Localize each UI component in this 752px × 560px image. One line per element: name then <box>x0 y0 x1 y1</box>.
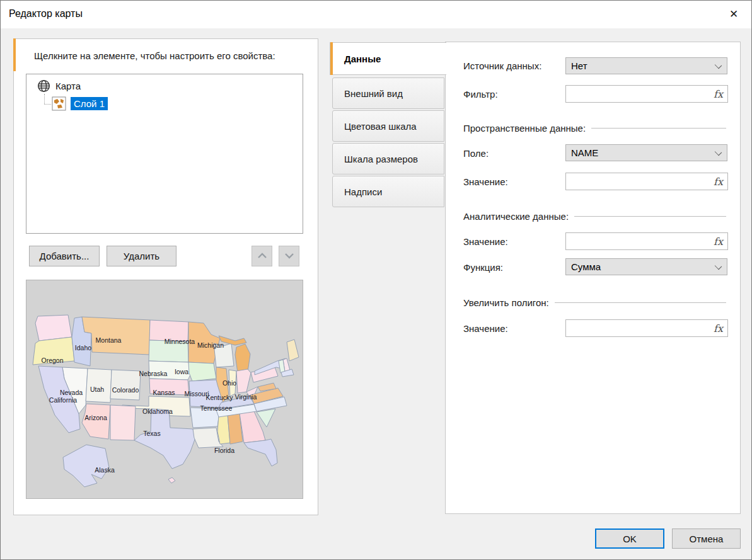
map-preview: OregonIdahoMontanaMinnesotaMichiganNebra… <box>26 280 303 499</box>
tree-item-map[interactable]: Карта <box>36 78 81 93</box>
close-button[interactable]: ✕ <box>721 4 746 23</box>
add-layer-label: Добавить... <box>40 251 90 261</box>
state-label-nebraska: Nebraska <box>139 370 168 377</box>
ok-button[interactable]: OK <box>595 529 664 549</box>
state-label-arizona: Arizona <box>84 414 107 421</box>
zoom-value-label: Значение: <box>463 323 508 334</box>
state-florida <box>244 439 277 466</box>
data-source-combo[interactable]: Нет <box>565 57 727 74</box>
state-label-ohio: Ohio <box>223 379 236 387</box>
state-label-kansas: Kansas <box>153 389 175 396</box>
dialog-title: Редактор карты <box>9 8 83 20</box>
tree-item-map-label: Карта <box>55 81 81 91</box>
tab-data[interactable]: Данные <box>330 42 446 75</box>
chevron-down-icon <box>284 251 295 262</box>
filter-input[interactable] <box>566 86 712 102</box>
tab-color-scale-label: Цветовая шкала <box>344 121 417 132</box>
chevron-down-icon <box>715 149 722 156</box>
analytical-value-input[interactable] <box>566 233 712 249</box>
spatial-value-field-wrap: fx <box>565 173 728 190</box>
analytical-data-section: Аналитические данные: <box>463 211 726 222</box>
zoom-value-field-wrap: fx <box>565 319 728 337</box>
fx-icon[interactable]: fx <box>712 176 727 188</box>
delete-layer-button[interactable]: Удалить <box>107 246 176 266</box>
filter-field-wrap: fx <box>565 85 728 103</box>
state-washington <box>35 315 72 341</box>
section-divider <box>591 128 726 129</box>
state-label-nevada: Nevada <box>60 389 83 396</box>
function-value: Сумма <box>571 261 601 272</box>
move-down-button[interactable] <box>279 246 299 266</box>
state-label-oregon: Oregon <box>41 357 63 364</box>
analytical-data-section-label: Аналитические данные: <box>463 211 569 222</box>
state-arizona <box>82 404 110 439</box>
tree-item-layer1[interactable]: Слой 1 <box>51 96 108 111</box>
chevron-down-icon <box>715 263 722 270</box>
zoom-polygon-section-label: Увеличить полигон: <box>463 297 549 308</box>
function-label: Функция: <box>463 262 503 273</box>
field-combo[interactable]: NAME <box>565 144 727 161</box>
state-texas <box>134 409 195 469</box>
field-label: Поле: <box>463 148 489 159</box>
close-icon: ✕ <box>729 9 738 20</box>
titlebar: Редактор карты ✕ <box>1 1 751 28</box>
delete-layer-label: Удалить <box>124 251 159 261</box>
cancel-button[interactable]: Отмена <box>672 529 741 549</box>
layers-panel: Щелкните на элементе, чтобы настроить ег… <box>13 38 318 515</box>
chevron-down-icon <box>715 62 722 69</box>
globe-icon <box>36 78 51 93</box>
tab-size-scale[interactable]: Шкала размеров <box>332 143 444 174</box>
chevron-up-icon <box>257 251 268 262</box>
state-label-tennessee: Tennessee <box>200 404 233 412</box>
tab-labels[interactable]: Надписи <box>332 176 444 207</box>
fx-icon[interactable]: fx <box>712 236 727 248</box>
data-tab-page: Источник данных: Нет Фильтр: fx Простран… <box>445 42 741 514</box>
fx-icon[interactable]: fx <box>712 88 727 100</box>
state-label-colorado: Colorado <box>112 386 139 394</box>
tab-data-label: Данные <box>344 54 381 64</box>
map-layer-icon <box>51 96 66 111</box>
state-label-alaska: Alaska <box>95 466 115 474</box>
analytical-value-field-wrap: fx <box>565 232 728 250</box>
data-source-value: Нет <box>571 60 587 71</box>
instruction-label: Щелкните на элементе, чтобы настроить ег… <box>34 50 275 61</box>
analytical-value-label: Значение: <box>463 236 508 247</box>
state-hawaii <box>168 477 175 483</box>
tab-appearance[interactable]: Внешний вид <box>332 77 444 109</box>
state-label-florida: Florida <box>214 447 234 454</box>
state-ohio <box>236 369 251 393</box>
spatial-value-label: Значение: <box>463 176 508 187</box>
state-maine <box>287 340 299 361</box>
layer-tree: Карта Слой 1 <box>26 74 303 234</box>
tree-connector <box>44 104 51 105</box>
state-label-idaho: Idaho <box>75 344 91 351</box>
section-divider <box>574 216 726 217</box>
data-source-label: Источник данных: <box>463 60 541 71</box>
state-colorado <box>110 370 141 400</box>
field-value: NAME <box>571 147 598 158</box>
spatial-data-section-label: Пространственные данные: <box>463 123 586 134</box>
state-label-iowa: Iowa <box>175 368 188 375</box>
filter-label: Фильтр: <box>463 89 498 100</box>
move-up-button[interactable] <box>252 246 272 266</box>
state-label-california: California <box>49 396 78 404</box>
tab-color-scale[interactable]: Цветовая шкала <box>332 110 444 142</box>
add-layer-button[interactable]: Добавить... <box>29 246 100 266</box>
tab-labels-label: Надписи <box>344 186 382 197</box>
tree-item-layer1-label: Слой 1 <box>71 97 108 110</box>
map-editor-dialog: Редактор карты ✕ Щелкните на элементе, ч… <box>0 0 752 560</box>
state-montana <box>82 317 150 355</box>
function-combo[interactable]: Сумма <box>565 258 727 275</box>
spatial-value-input[interactable] <box>566 173 712 190</box>
state-iowa <box>188 362 216 381</box>
fx-icon[interactable]: fx <box>712 323 727 334</box>
tab-appearance-label: Внешний вид <box>344 88 403 99</box>
state-label-kentucky: Kentucky <box>205 394 233 401</box>
section-divider <box>555 302 726 303</box>
state-label-texas: Texas <box>143 430 160 437</box>
tab-size-scale-label: Шкала размеров <box>344 154 418 164</box>
tree-connector <box>44 94 45 104</box>
spatial-data-section: Пространственные данные: <box>463 123 726 134</box>
zoom-value-input[interactable] <box>566 320 712 336</box>
state-label-minnesota: Minnesota <box>165 338 195 345</box>
